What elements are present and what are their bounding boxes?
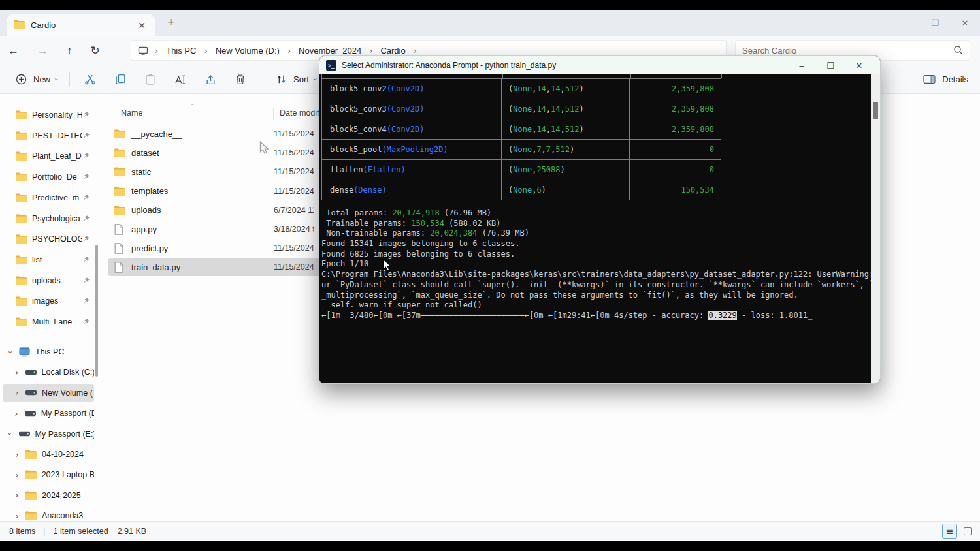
terminal-text-lines: Total params: 20,174,918 (76.96 MB) Trai… (321, 208, 871, 321)
sidebar-item-plant_leaf_di[interactable]: Plant_Leaf_Di (3, 147, 94, 165)
pin-icon (82, 277, 90, 285)
share-button[interactable] (203, 72, 218, 87)
breadcrumb-item[interactable]: November_2024 (296, 46, 364, 55)
folder-icon (16, 214, 27, 223)
model-summary-table: block5_conv2 (Conv2D)(None, 14, 14, 512)… (321, 79, 722, 200)
breadcrumb-item[interactable]: Cardio (378, 46, 408, 55)
tree-item-2024-2025[interactable]: ›2024-2025 (3, 486, 94, 505)
sidebar-item-psychologi[interactable]: PSYCHOLOGI (3, 230, 94, 248)
back-button[interactable]: ← (8, 44, 19, 57)
sidebar-item-images[interactable]: images (3, 292, 94, 310)
sidebar-item-psychologica[interactable]: Psychologica (3, 210, 94, 228)
details-button[interactable]: Details (921, 72, 968, 87)
minimize-button[interactable]: – (890, 18, 920, 28)
terminal-minimize-button[interactable]: – (787, 61, 816, 71)
breadcrumb-item[interactable]: This PC (163, 46, 199, 55)
close-button[interactable]: ✕ (950, 18, 980, 28)
tree-item-this-pc[interactable]: ›This PC (3, 343, 94, 361)
sidebar-item-label: Portfolio_De (32, 172, 82, 181)
tree-item-label: Local Disk (C:) (42, 368, 95, 377)
pin-icon (82, 152, 90, 160)
tree-item-local-disk-c-[interactable]: ›Local Disk (C:) (3, 363, 94, 381)
new-button[interactable]: New › (7, 69, 64, 90)
folder-icon (16, 276, 27, 285)
model-table-row: block5_conv4 (Conv2D)(None, 14, 14, 512)… (321, 119, 722, 140)
sidebar-item-label: list (32, 255, 82, 264)
tree-item-2023-laptop-b[interactable]: ›2023 Laptop B (3, 465, 94, 484)
tab-close-icon[interactable]: ✕ (135, 20, 148, 31)
chevron-down-icon[interactable]: › (5, 430, 15, 438)
console-icon: >_ (326, 60, 336, 71)
column-header-name[interactable]: Name (121, 108, 142, 118)
breadcrumb-item[interactable]: New Volume (D:) (213, 46, 282, 55)
tree-item-label: 2024-2025 (42, 491, 81, 500)
sidebar-item-predictive_m[interactable]: Predictive_m (3, 189, 94, 207)
sidebar-scrollbar[interactable] (95, 245, 98, 377)
pin-icon (82, 194, 90, 202)
folder-icon (114, 148, 126, 157)
chevron-right-icon[interactable]: › (13, 511, 21, 521)
tree-item-new-volume-[interactable]: ›New Volume ( (3, 384, 94, 402)
file-name: predict.py (131, 244, 274, 253)
sidebar-item-uploads[interactable]: uploads (3, 272, 94, 290)
mouse-cursor (382, 259, 392, 275)
chevron-right-icon[interactable]: › (13, 368, 21, 377)
terminal-maximize-button[interactable]: ☐ (816, 61, 845, 71)
chevron-right-icon[interactable]: › (13, 470, 21, 480)
thumbnail-view-toggle[interactable] (960, 524, 975, 539)
terminal-line: self._warn_if_super_not_called() (321, 300, 871, 311)
tab-cardio[interactable]: Cardio ✕ (7, 14, 155, 36)
column-divider[interactable] (273, 108, 274, 120)
cut-button[interactable] (82, 72, 98, 87)
chevron-right-icon[interactable]: › (13, 450, 21, 460)
sort-button[interactable]: Sort › (267, 69, 323, 90)
chevron-right-icon[interactable]: › (13, 490, 21, 500)
sidebar-item-list[interactable]: list (3, 251, 94, 269)
toolbar-divider (69, 72, 70, 87)
terminal-close-button[interactable]: ✕ (845, 61, 874, 71)
nav-buttons: ← → ↑ ↻ (8, 36, 100, 65)
copy-button[interactable] (112, 72, 128, 87)
chevron-right-icon[interactable]: › (12, 409, 20, 418)
terminal-output[interactable]: block5_conv2 (Conv2D)(None, 14, 14, 512)… (319, 74, 871, 383)
file-name: templates (131, 186, 274, 196)
tree-item-04-10-2024[interactable]: ›04-10-2024 (3, 445, 94, 464)
chevron-down-icon[interactable]: › (6, 348, 16, 356)
sidebar-item-portfolio_de[interactable]: Portfolio_De (3, 168, 94, 186)
column-header-date[interactable]: Date modif (280, 108, 319, 118)
forward-button[interactable]: → (37, 44, 48, 57)
paste-button[interactable] (142, 72, 158, 87)
selection-count: 1 item selected (54, 527, 108, 536)
refresh-button[interactable]: ↻ (91, 44, 100, 57)
folder-icon (16, 110, 27, 119)
sidebar-item-label: images (32, 296, 82, 306)
delete-button[interactable] (233, 72, 248, 87)
status-divider: | (43, 527, 45, 536)
sidebar-item-pest_detect[interactable]: PEST_DETECT (3, 127, 94, 145)
sidebar-item-personality_h[interactable]: Personality_H (3, 106, 94, 124)
details-view-toggle[interactable]: ≡ (942, 524, 957, 539)
breadcrumb-chevron-icon[interactable]: › (408, 46, 422, 55)
terminal-scrollbar[interactable] (871, 74, 880, 383)
terminal-line: Found 15341 images belonging to 6 classe… (321, 239, 871, 249)
sidebar-item-label: PEST_DETECT (32, 131, 82, 140)
new-tab-button[interactable]: + (167, 15, 174, 29)
plus-circle-icon (13, 72, 29, 87)
terminal-line: C:\Program Files\Anaconda3\Lib\site-pack… (321, 270, 871, 280)
tree-item-my-passport-e[interactable]: ›My Passport (E (3, 404, 94, 422)
tree-item-my-passport-e-[interactable]: ›My Passport (E:) (3, 425, 94, 443)
selection-size: 2.91 KB (118, 527, 146, 536)
restore-button[interactable]: ❐ (920, 18, 950, 28)
rename-button[interactable] (172, 72, 188, 87)
terminal-scrollbar-thumb[interactable] (873, 102, 878, 119)
tree-item-label: 04-10-2024 (42, 450, 84, 459)
folder-icon (14, 20, 25, 31)
breadcrumb-chevron-icon: › (282, 46, 296, 55)
chevron-down-icon: › (311, 78, 318, 81)
terminal-title-bar[interactable]: >_ Select Administrator: Anaconda Prompt… (319, 56, 880, 74)
up-button[interactable]: ↑ (67, 44, 73, 57)
chevron-right-icon[interactable]: › (13, 388, 21, 398)
search-icon[interactable] (953, 45, 963, 57)
pin-icon (82, 318, 90, 326)
sidebar-item-multi_lane[interactable]: Multi_Lane (3, 313, 94, 331)
